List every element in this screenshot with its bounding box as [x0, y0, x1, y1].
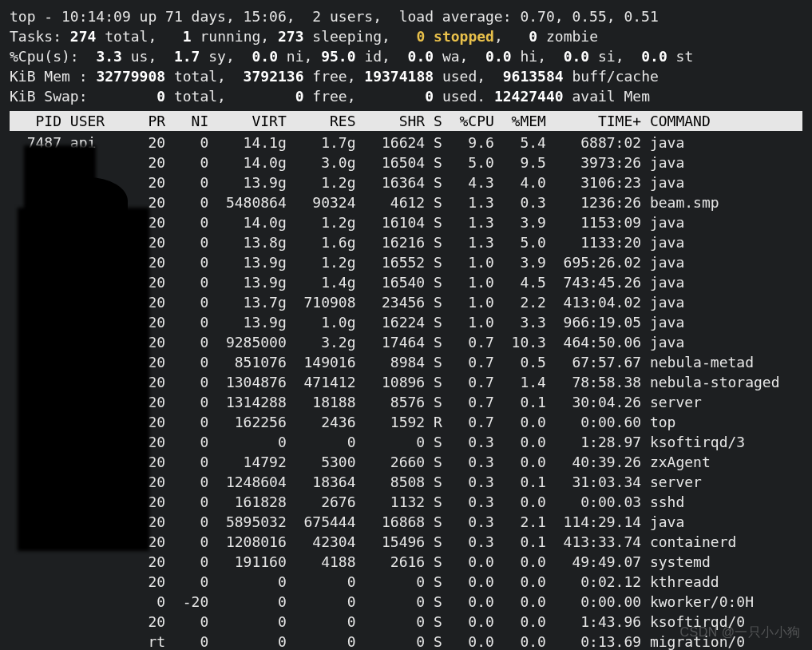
- table-row: rt 0 0 0 0 S 0.0 0.0 0:13.69 migration/0: [10, 632, 802, 650]
- table-row: 0 -20 0 0 0 S 0.0 0.0 0:00.00 kworker/0:…: [10, 592, 802, 612]
- top-line-5: KiB Swap: 0 total, 0 free, 0 used. 12427…: [10, 86, 802, 106]
- redaction-mask: [48, 177, 128, 225]
- table-row: 20 0 0 0 0 S 0.0 0.0 0:02.12 kthreadd: [10, 572, 802, 592]
- top-line-1: top - 10:14:09 up 71 days, 15:06, 2 user…: [10, 6, 802, 26]
- top-line-3: %Cpu(s): 3.3 us, 1.7 sy, 0.0 ni, 95.0 id…: [10, 46, 802, 66]
- redaction-mask: [18, 208, 149, 551]
- table-row: 20 0 0 0 0 S 0.0 0.0 1:43.96 ksoftirqd/0: [10, 612, 802, 632]
- top-line-2: Tasks: 274 total, 1 running, 273 sleepin…: [10, 26, 802, 46]
- table-row: 7487 api 20 0 14.1g 1.7g 16624 S 9.6 5.4…: [10, 133, 802, 153]
- table-row: 6245 20 0 14.0g 3.0g 16504 S 5.0 9.5 397…: [10, 153, 802, 172]
- table-row: 20 0 13.9g 1.2g 16364 S 4.3 4.0 3106:23 …: [10, 172, 802, 192]
- top-line-4: KiB Mem : 32779908 total, 3792136 free, …: [10, 66, 802, 86]
- process-table-header: PID USER PR NI VIRT RES SHR S %CPU %MEM …: [10, 111, 802, 131]
- table-row: 20 0 191160 4188 2616 S 0.0 0.0 49:49.07…: [10, 552, 802, 572]
